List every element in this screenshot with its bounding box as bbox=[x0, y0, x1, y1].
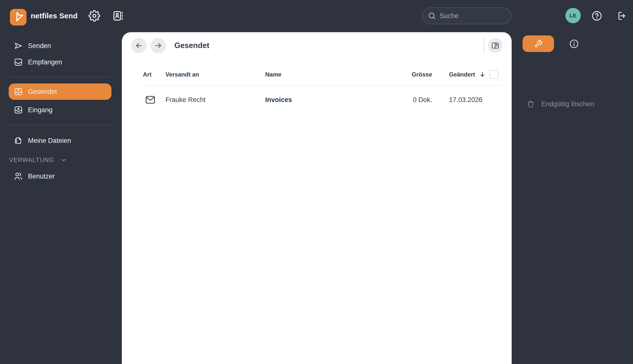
send-icon bbox=[14, 41, 23, 50]
search-input[interactable] bbox=[440, 12, 506, 20]
contacts-card-icon[interactable] bbox=[112, 10, 124, 22]
users-icon bbox=[14, 172, 23, 181]
sidebar-section-verwaltung[interactable]: VERWALTUNG bbox=[0, 154, 121, 166]
logout-icon[interactable] bbox=[616, 11, 626, 21]
section-label: VERWALTUNG bbox=[9, 156, 54, 164]
cell-size: 0 Dok. bbox=[396, 96, 432, 104]
delete-permanently-action[interactable]: Endgültig löschen bbox=[526, 98, 594, 110]
cell-sent-to: Frauke Recht bbox=[166, 96, 265, 104]
sidebar-item-meine-dateien[interactable]: Meine Dateien bbox=[0, 132, 121, 149]
page-title: Gesendet bbox=[174, 41, 209, 50]
avatar[interactable]: LE bbox=[566, 8, 581, 23]
tray-down-icon bbox=[14, 105, 23, 115]
column-header-name[interactable]: Name bbox=[265, 71, 396, 78]
table-header-row: Art Versandt an Name Grösse Geändert bbox=[143, 64, 501, 86]
select-all-checkbox[interactable] bbox=[489, 70, 498, 79]
sidebar-item-label: Benutzer bbox=[28, 172, 55, 180]
forward-button[interactable] bbox=[150, 38, 166, 53]
back-button[interactable] bbox=[131, 38, 146, 53]
tools-tab-button[interactable] bbox=[522, 36, 554, 52]
sidebar-item-eingang[interactable]: Eingang bbox=[0, 102, 121, 118]
wrench-icon bbox=[534, 40, 542, 48]
info-tab-button[interactable] bbox=[568, 38, 580, 50]
trash-icon bbox=[526, 100, 535, 108]
settings-gear-icon[interactable] bbox=[88, 10, 100, 22]
delete-permanently-label: Endgültig löschen bbox=[541, 100, 594, 108]
sidebar-item-label: Empfangen bbox=[28, 58, 62, 66]
header-divider bbox=[484, 38, 484, 53]
cell-modified: 17.03.2026 bbox=[432, 96, 501, 104]
inbox-tray-icon bbox=[14, 58, 23, 67]
panel-header: Gesendet bbox=[131, 38, 503, 54]
files-icon bbox=[14, 136, 23, 145]
split-view-icon bbox=[491, 41, 500, 50]
sidebar-item-label: Eingang bbox=[28, 106, 52, 114]
tools-tabs bbox=[522, 36, 580, 52]
tray-up-icon bbox=[14, 87, 23, 96]
sidebar-item-senden[interactable]: Senden bbox=[0, 38, 121, 54]
column-header-groesse[interactable]: Grösse bbox=[396, 71, 432, 78]
sidebar-item-label: Senden bbox=[28, 42, 51, 50]
sidebar-item-label: Gesendet bbox=[28, 88, 57, 96]
sort-desc-arrow-icon bbox=[479, 71, 486, 78]
items-table: Art Versandt an Name Grösse Geändert bbox=[143, 64, 501, 114]
column-header-art[interactable]: Art bbox=[143, 71, 166, 78]
search-box[interactable] bbox=[422, 8, 512, 24]
arrow-right-icon bbox=[154, 42, 162, 50]
sidebar-divider bbox=[9, 125, 112, 126]
envelope-icon bbox=[145, 94, 156, 105]
column-header-versandt-an[interactable]: Versandt an bbox=[166, 71, 265, 78]
sidebar-item-label: Meine Dateien bbox=[28, 137, 71, 144]
main-panel: Gesendet Art Versandt an Name bbox=[122, 32, 512, 364]
paper-plane-logo-icon bbox=[13, 12, 24, 23]
sidebar-item-empfangen[interactable]: Empfangen bbox=[0, 54, 121, 70]
sidebar-divider bbox=[9, 77, 112, 77]
app-window: netfiles Send LE bbox=[0, 0, 633, 364]
table-row[interactable]: Frauke Recht Invoices 0 Dok. 17.03.2026 bbox=[143, 86, 501, 114]
app-logo[interactable] bbox=[10, 9, 26, 26]
column-header-geaendert[interactable]: Geändert bbox=[449, 71, 486, 78]
sidebar-item-gesendet[interactable]: Gesendet bbox=[9, 84, 112, 100]
help-icon[interactable] bbox=[592, 10, 602, 21]
details-panel: Endgültig löschen bbox=[512, 32, 633, 364]
topbar: netfiles Send LE bbox=[0, 0, 633, 32]
chevron-down-icon bbox=[60, 156, 67, 164]
sidebar: Senden Empfangen Gesendet bbox=[0, 32, 121, 364]
arrow-left-icon bbox=[135, 42, 143, 50]
cell-name: Invoices bbox=[265, 96, 396, 104]
app-title: netfiles Send bbox=[31, 12, 78, 20]
layout-toggle-button[interactable] bbox=[488, 38, 503, 53]
sidebar-item-benutzer[interactable]: Benutzer bbox=[0, 168, 121, 184]
search-icon bbox=[428, 12, 436, 20]
info-icon bbox=[569, 39, 579, 49]
